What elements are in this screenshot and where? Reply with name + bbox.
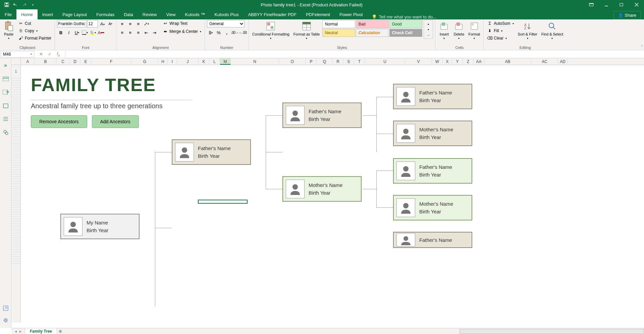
row-header-5[interactable] [11,85,20,88]
col-header-P[interactable]: P [306,58,317,65]
cancel-formula-icon[interactable]: ✕ [37,51,45,58]
add-sheet-icon[interactable]: ⊕ [57,329,64,334]
decrease-decimal-icon[interactable]: ←.00 [239,29,247,36]
person-card-gen3-1[interactable]: Father's NameBirth Year [393,84,472,109]
tell-me-search[interactable]: 💡 Tell me what you want to do... [368,14,440,19]
increase-indent-icon[interactable]: ⇥ [151,29,158,36]
style-more-icon[interactable]: ⎼ [425,32,432,38]
row-header-62[interactable] [11,219,20,221]
col-header-H[interactable]: H [158,58,168,65]
col-header-B[interactable]: B [35,58,56,65]
select-all-corner[interactable] [11,58,21,65]
row-header-13[interactable] [11,104,20,107]
col-header-S[interactable]: S [343,58,354,65]
row-header-27[interactable] [11,137,20,139]
autosum-button[interactable]: ΣAutoSum▾ [486,20,515,27]
col-header-M[interactable]: M [220,58,231,65]
tab-abbyy[interactable]: ABBYY FineReader PDF [244,9,301,19]
font-size-combo[interactable] [87,20,98,27]
row-header-48[interactable] [11,186,20,189]
row-header-26[interactable] [11,135,20,137]
row-header-49[interactable] [11,189,20,191]
row-header-42[interactable] [11,172,20,175]
row-header-46[interactable] [11,182,20,184]
column-list-icon[interactable] [1,115,10,123]
insert-cells-button[interactable]: Insert▾ [437,20,451,41]
maximize-icon[interactable] [614,0,629,9]
row-header-15[interactable] [11,109,20,111]
row-header-31[interactable] [11,146,20,149]
tab-pdfelement[interactable]: PDFelement [301,9,335,19]
row-header-17[interactable] [11,114,20,116]
collapse-ribbon-icon[interactable]: ˄ [641,45,643,49]
fx-icon[interactable]: fx [54,51,62,58]
add-ancestors-button[interactable]: Add Ancestors [92,115,139,128]
row-header-68[interactable] [11,233,20,236]
row-header-37[interactable] [11,160,20,163]
col-header-Y[interactable]: Y [452,58,463,65]
row-header-41[interactable] [11,170,20,172]
row-header-60[interactable] [11,214,20,217]
row-header-76[interactable] [11,252,20,254]
find-replace-icon[interactable] [1,128,10,137]
row-header-23[interactable] [11,128,20,130]
row-header-22[interactable] [11,125,20,128]
tab-formulas[interactable]: Formulas [92,9,119,19]
row-header-54[interactable] [11,200,20,203]
row-header-6[interactable] [11,88,20,90]
format-painter-button[interactable]: 🖌Format Painter [17,35,53,42]
cut-button[interactable]: ✂Cut [17,20,53,27]
sheet-nav-prev-icon[interactable]: ◂ [15,329,17,334]
merge-center-button[interactable]: ⬌Merge & Center▾ [161,28,203,35]
row-header-29[interactable] [11,142,20,144]
row-header-61[interactable] [11,217,20,219]
col-header-AA[interactable]: AA [474,58,484,65]
expand-pane-icon[interactable]: » [1,61,10,70]
col-header-Z[interactable]: Z [463,58,474,65]
row-header-34[interactable] [11,153,20,156]
decrease-font-icon[interactable]: A▾ [107,20,114,27]
row-header-52[interactable] [11,196,20,198]
row-header-25[interactable] [11,132,20,135]
style-good[interactable]: Good [389,20,422,28]
underline-button[interactable]: U▾ [73,29,80,36]
col-header-I[interactable]: I [168,58,177,65]
row-header-1[interactable]: 1 [11,65,20,78]
col-header-J[interactable]: J [177,58,199,65]
save-icon[interactable] [3,1,11,9]
tab-data[interactable]: Data [119,9,138,19]
tab-insert[interactable]: Insert [38,9,58,19]
row-header-8[interactable] [11,92,20,95]
row-header-51[interactable] [11,193,20,196]
row-header-32[interactable] [11,149,20,151]
col-header-W[interactable]: W [432,58,443,65]
row-header-72[interactable] [11,243,20,245]
col-header-F[interactable]: F [91,58,131,65]
row-header-44[interactable] [11,177,20,179]
row-header-65[interactable] [11,226,20,228]
tab-view[interactable]: View [161,9,180,19]
col-header-X[interactable]: X [443,58,452,65]
row-header-9[interactable] [11,95,20,97]
row-header-4[interactable] [11,83,20,85]
wrap-text-button[interactable]: ↩Wrap Text [161,20,203,27]
tab-kutools-plus[interactable]: Kutools Plus [210,9,243,19]
row-header-3[interactable] [11,81,20,83]
style-up-icon[interactable]: ▴ [425,21,432,26]
font-name-combo[interactable] [57,20,87,27]
workbook-icon[interactable] [1,74,10,83]
horizontal-scrollbar[interactable] [460,329,644,334]
row-header-50[interactable] [11,191,20,193]
col-header-AC[interactable]: AC [531,58,558,65]
row-header-39[interactable] [11,165,20,168]
row-header-75[interactable] [11,250,20,252]
col-header-T[interactable]: T [354,58,365,65]
col-header-AD[interactable]: AD [558,58,568,65]
row-header-77[interactable] [11,254,20,257]
row-header-21[interactable] [11,123,20,125]
row-header-78[interactable] [11,257,20,259]
copy-button[interactable]: ⎘Copy▾ [17,27,53,34]
format-as-table-button[interactable]: Format as Table▾ [292,20,321,41]
person-card-gen3-5[interactable]: Father's Name [393,232,472,248]
tab-kutools[interactable]: Kutools ™ [180,9,210,19]
